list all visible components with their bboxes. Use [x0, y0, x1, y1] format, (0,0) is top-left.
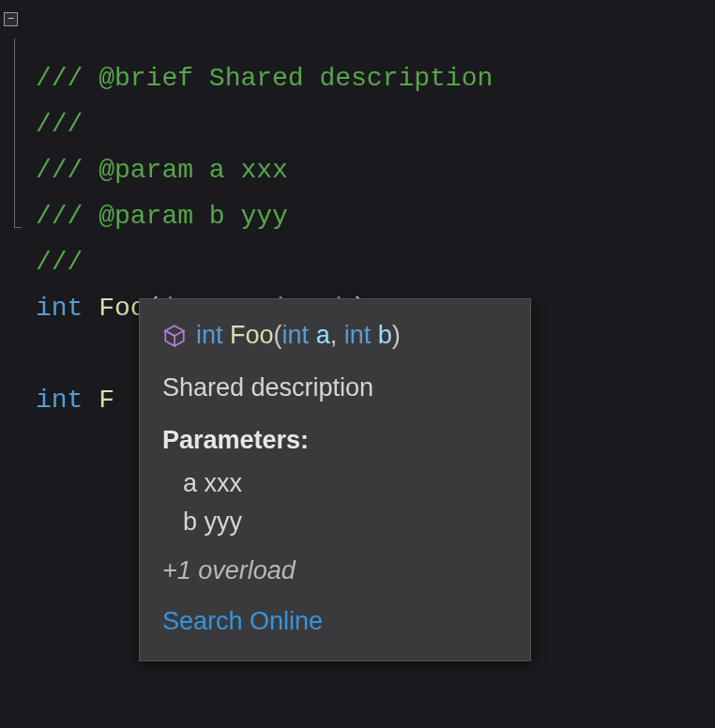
parameter-row: a xxx — [162, 464, 508, 504]
sig-param-name: b — [378, 321, 392, 349]
code-comment-line: /// — [36, 248, 83, 277]
sig-function-name: Foo — [230, 321, 274, 349]
code-partial-line: int F — [36, 386, 114, 415]
parameters-heading: Parameters: — [162, 421, 508, 461]
sig-paren-close: ) — [392, 321, 401, 349]
intellisense-tooltip: int Foo(int a, int b) Shared description… — [139, 298, 531, 661]
sig-param-name: a — [316, 321, 330, 349]
fold-guide-end — [14, 227, 22, 228]
signature-text: int Foo(int a, int b) — [196, 316, 401, 356]
sig-param-type: int — [344, 321, 372, 349]
function-name-partial: F — [99, 386, 114, 415]
sig-comma: , — [330, 321, 344, 349]
fold-toggle[interactable]: − — [4, 12, 18, 26]
parameter-row: b yyy — [162, 503, 508, 542]
keyword-int: int — [36, 294, 83, 323]
fold-guide-line — [14, 38, 15, 228]
search-online-link[interactable]: Search Online — [162, 602, 508, 642]
code-comment-line: /// — [36, 110, 83, 139]
code-comment-line: /// @param a xxx — [36, 156, 288, 185]
sig-param-type: int — [282, 321, 310, 349]
tooltip-description: Shared description — [162, 369, 508, 408]
signature-row: int Foo(int a, int b) — [162, 316, 508, 356]
overload-count: +1 overload — [162, 552, 508, 591]
keyword-int: int — [36, 386, 83, 415]
fold-gutter: − — [4, 12, 21, 26]
sig-paren-open: ( — [274, 321, 282, 349]
code-comment-line: /// @brief Shared description — [36, 64, 493, 93]
cube-icon — [162, 324, 187, 348]
sig-return-type: int — [196, 321, 223, 349]
code-comment-line: /// @param b yyy — [36, 202, 288, 231]
